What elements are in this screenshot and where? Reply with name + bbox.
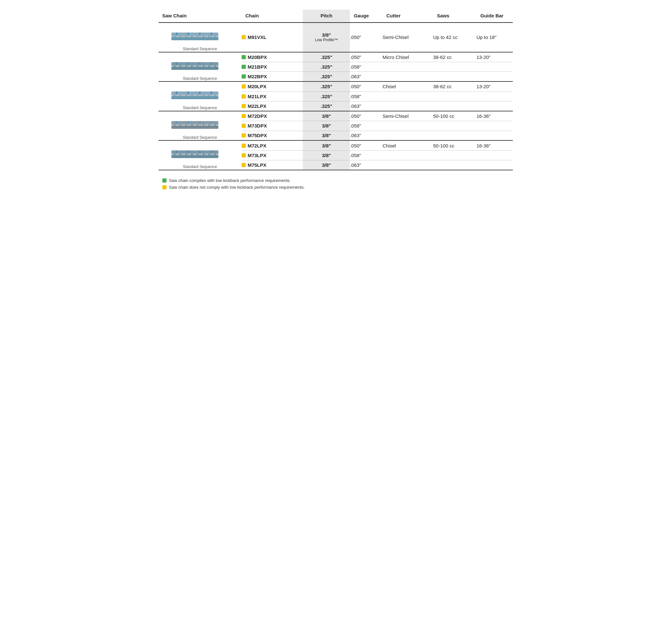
- gauge-cell: .058": [350, 62, 382, 72]
- svg-point-39: [172, 65, 174, 67]
- sawchain-cell: Standard Sequence: [159, 23, 242, 52]
- svg-point-16: [189, 36, 191, 37]
- chain-compliance-dot: [242, 35, 246, 39]
- chain-compliance-dot: [242, 94, 246, 99]
- sequence-label: Standard Sequence: [183, 135, 217, 140]
- cutter-cell: [382, 150, 433, 160]
- svg-rect-135: [206, 126, 213, 129]
- svg-rect-23: [200, 37, 207, 40]
- legend-yellow-dot: [162, 185, 166, 189]
- chain-cell: M20LPX: [242, 81, 303, 91]
- gauge-cell: .063": [350, 131, 382, 140]
- svg-rect-50: [189, 67, 195, 70]
- table-row: Standard SequenceM72LPX3/8".050"Chisel50…: [159, 140, 513, 150]
- cutter-cell: Semi-Chisel: [382, 111, 433, 121]
- gauge-cell: .058": [350, 91, 382, 101]
- legend-green-dot: [162, 178, 166, 183]
- svg-point-102: [206, 94, 208, 96]
- saws-cell: Up to 42 cc: [433, 23, 477, 52]
- pitch-cell: .325": [303, 81, 350, 91]
- pitch-cell: .325": [303, 72, 350, 81]
- pitch-value: 3/8": [303, 143, 350, 149]
- saws-cell: [433, 91, 477, 101]
- chain-name: M22BPX: [248, 74, 267, 79]
- svg-point-7: [177, 36, 179, 37]
- svg-point-111: [172, 124, 174, 126]
- svg-point-124: [189, 124, 191, 126]
- guidebar-cell: [477, 101, 512, 111]
- pitch-value: .325": [303, 84, 350, 89]
- pitch-value: 3/8": [303, 123, 350, 128]
- chain-cell: M21BPX: [242, 62, 303, 72]
- svg-point-70: [212, 65, 214, 67]
- cutter-cell: Semi-Chisel: [382, 23, 433, 52]
- cutter-cell: [382, 72, 433, 81]
- saws-cell: 38-62 cc: [433, 81, 477, 91]
- svg-point-52: [189, 65, 191, 67]
- pitch-value: .325": [303, 54, 350, 60]
- svg-rect-14: [189, 37, 195, 40]
- sawchain-cell: Standard Sequence: [159, 52, 242, 81]
- svg-point-25: [201, 36, 203, 37]
- chain-compliance-dot: [242, 114, 246, 118]
- chain-cell: M73LPX: [242, 150, 303, 160]
- pitch-cell: .325": [303, 52, 350, 62]
- guidebar-cell: 16-36": [477, 140, 512, 150]
- svg-rect-77: [177, 96, 183, 99]
- gauge-cell: .050": [350, 23, 382, 52]
- saws-cell: [433, 101, 477, 111]
- cutter-cell: Micro Chisel: [382, 52, 433, 62]
- svg-point-71: [216, 65, 218, 67]
- saws-cell: [433, 121, 477, 131]
- chain-compliance-dot: [242, 74, 246, 79]
- chain-name: M72DPX: [248, 113, 267, 119]
- pitch-cell: 3/8": [303, 121, 350, 131]
- guidebar-cell: [477, 160, 512, 170]
- svg-point-12: [183, 36, 185, 37]
- svg-rect-158: [189, 155, 195, 158]
- chain-name: M91VXL: [248, 35, 266, 40]
- svg-rect-68: [212, 67, 218, 70]
- svg-rect-63: [206, 67, 213, 70]
- svg-rect-99: [206, 96, 213, 99]
- svg-rect-113: [177, 126, 183, 129]
- svg-rect-140: [212, 126, 218, 129]
- pitch-cell: 3/8": [303, 160, 350, 170]
- pitch-value: .325": [303, 64, 350, 69]
- chain-name: M75DPX: [248, 133, 267, 138]
- svg-rect-27: [206, 37, 213, 40]
- cutter-cell: Chisel: [382, 81, 433, 91]
- svg-rect-126: [194, 126, 201, 129]
- chain-compliance-dot: [242, 85, 246, 89]
- svg-rect-144: [172, 155, 178, 158]
- header-cutter: Cutter: [382, 10, 433, 23]
- svg-point-178: [212, 153, 214, 155]
- svg-rect-131: [200, 126, 207, 129]
- chain-cell: M75LPX: [242, 160, 303, 170]
- svg-point-160: [189, 153, 191, 155]
- sawchain-cell: Standard Sequence: [159, 111, 242, 140]
- cutter-cell: [382, 62, 433, 72]
- svg-rect-90: [194, 96, 201, 99]
- svg-rect-104: [212, 96, 218, 99]
- chain-cell: M75DPX: [242, 131, 303, 140]
- legend-yellow-label: Saw chain does not comply with low kickb…: [169, 185, 305, 190]
- chain-compliance-dot: [242, 55, 246, 59]
- svg-point-156: [183, 153, 185, 155]
- pitch-cell: 3/8": [303, 150, 350, 160]
- pitch-value: 3/8": [303, 153, 350, 158]
- svg-point-88: [189, 94, 191, 96]
- sequence-label: Standard Sequence: [183, 76, 217, 81]
- gauge-cell: .063": [350, 101, 382, 111]
- svg-point-84: [183, 94, 185, 96]
- svg-rect-81: [183, 96, 189, 99]
- svg-point-138: [206, 124, 208, 126]
- svg-point-57: [195, 65, 197, 67]
- legend-yellow: Saw chain does not comply with low kickb…: [162, 185, 509, 190]
- cutter-cell: [382, 101, 433, 111]
- sequence-label: Standard Sequence: [183, 47, 217, 52]
- chain-cell: M91VXL: [242, 23, 303, 52]
- guidebar-cell: Up to 18": [477, 23, 512, 52]
- pitch-cell: 3/8": [303, 111, 350, 121]
- svg-rect-72: [172, 96, 178, 99]
